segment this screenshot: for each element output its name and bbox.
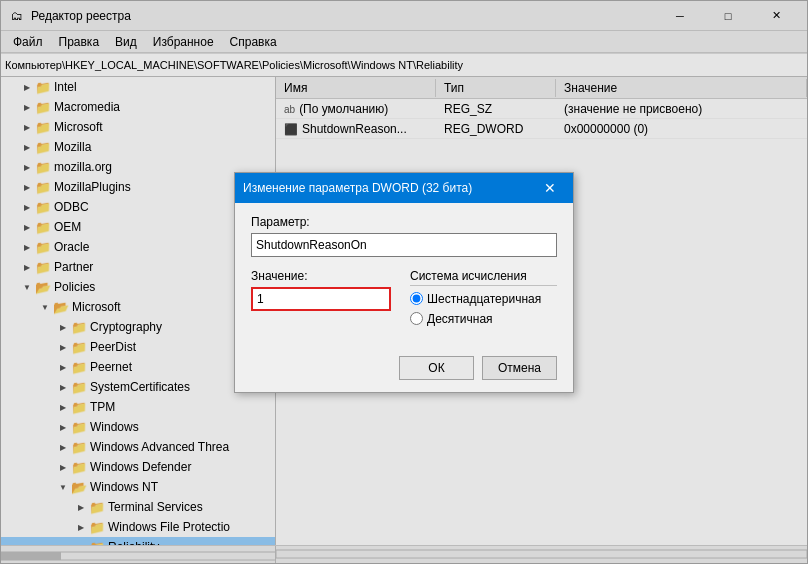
value-section: Значение:	[251, 269, 398, 326]
dialog-close-button[interactable]: ✕	[535, 176, 565, 200]
param-label: Параметр:	[251, 215, 557, 229]
radio-group: Шестнадцатеричная Десятичная	[410, 292, 557, 326]
radio-hex-label: Шестнадцатеричная	[427, 292, 541, 306]
param-input[interactable]	[251, 233, 557, 257]
system-section: Система исчисления Шестнадцатеричная Дес…	[410, 269, 557, 326]
ok-button[interactable]: ОК	[399, 356, 474, 380]
radio-hex[interactable]: Шестнадцатеричная	[410, 292, 557, 306]
value-label: Значение:	[251, 269, 398, 283]
radio-dec-input[interactable]	[410, 312, 423, 325]
radio-hex-input[interactable]	[410, 292, 423, 305]
radio-dec[interactable]: Десятичная	[410, 312, 557, 326]
dialog: Изменение параметра DWORD (32 бита) ✕ Па…	[234, 172, 574, 393]
dialog-title: Изменение параметра DWORD (32 бита)	[243, 181, 535, 195]
dialog-buttons: ОК Отмена	[235, 348, 573, 392]
value-input[interactable]	[251, 287, 391, 311]
radio-dec-label: Десятичная	[427, 312, 493, 326]
system-label: Система исчисления	[410, 269, 557, 286]
modal-overlay: Изменение параметра DWORD (32 бита) ✕ Па…	[1, 1, 807, 563]
dialog-body: Параметр: Значение: Система исчисления Ш…	[235, 203, 573, 348]
cancel-button[interactable]: Отмена	[482, 356, 557, 380]
dialog-title-bar: Изменение параметра DWORD (32 бита) ✕	[235, 173, 573, 203]
dialog-value-row: Значение: Система исчисления Шестнадцате…	[251, 269, 557, 326]
